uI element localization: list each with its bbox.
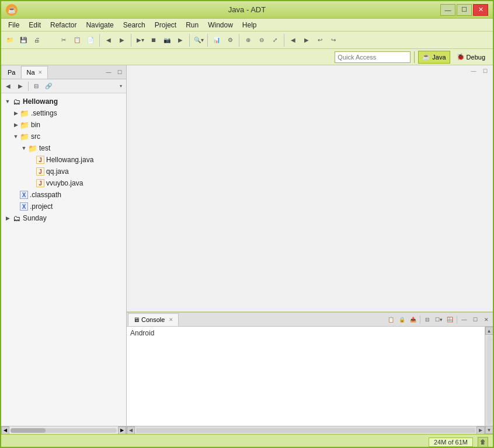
bottom-maximize-button[interactable]: ☐	[470, 314, 481, 325]
menu-item-run[interactable]: Run	[181, 20, 203, 30]
gc-button[interactable]: 🗑	[478, 437, 488, 447]
menu-item-refactor[interactable]: Refactor	[46, 20, 81, 30]
menu-item-project[interactable]: Project	[150, 20, 181, 30]
toolbar-btn-2-3[interactable]: ▶	[174, 34, 187, 47]
toolbar-btn-5-0[interactable]: ⊕	[242, 34, 255, 47]
tree-item-5[interactable]: JHellowang.java	[1, 154, 126, 166]
toolbar-btn-0-6[interactable]: 📄	[84, 34, 97, 47]
toolbar-btn-0-3[interactable]	[44, 34, 57, 47]
console-export-button[interactable]: 📤	[408, 314, 418, 325]
minimize-button[interactable]: —	[440, 4, 455, 16]
tree-arrow-8[interactable]	[12, 191, 20, 199]
console-h-scrollbar[interactable]: ◀ ▶	[127, 426, 485, 434]
tree-item-9[interactable]: X.project	[1, 201, 126, 212]
menu-item-navigate[interactable]: Navigate	[81, 20, 118, 30]
tree-item-6[interactable]: Jqq.java	[1, 166, 126, 177]
tree-arrow-10[interactable]: ▶	[4, 214, 12, 222]
tree-item-8[interactable]: X.classpath	[1, 189, 126, 201]
menu-item-search[interactable]: Search	[119, 20, 150, 30]
tree-item-7[interactable]: Jvvuybo.java	[1, 177, 126, 189]
tree-arrow-6[interactable]	[28, 167, 36, 176]
tree-item-4[interactable]: ▼📁test	[1, 142, 126, 154]
tree-arrow-3[interactable]: ▼	[12, 132, 20, 141]
bottom-minimize-button[interactable]: —	[459, 314, 469, 325]
tree-arrow-1[interactable]: ▶	[12, 109, 20, 117]
nav-menu-dropdown[interactable]: ▾	[117, 80, 125, 92]
toolbar-btn-1-1[interactable]: ▶	[116, 34, 128, 47]
toolbar-btn-4-0[interactable]: 📊	[210, 34, 223, 47]
tree-item-1[interactable]: ▶📁.settings	[1, 107, 126, 119]
nav-back-button[interactable]: ◀	[2, 80, 14, 92]
menu-item-file[interactable]: File	[4, 20, 24, 30]
console-display-btn[interactable]: ⊟	[422, 314, 433, 325]
tree-arrow-4[interactable]: ▼	[20, 144, 28, 152]
menu-item-edit[interactable]: Edit	[24, 20, 46, 30]
tree-arrow-7[interactable]	[28, 179, 36, 187]
h-scroll-thumb[interactable]	[11, 428, 46, 433]
tree-arrow-2[interactable]: ▶	[12, 121, 20, 129]
toolbar-btn-0-1[interactable]: 💾	[17, 34, 30, 47]
editor-minimize-button[interactable]: —	[468, 66, 479, 76]
minimize-panel-button[interactable]: —	[103, 67, 114, 78]
console-scroll-left[interactable]: ◀	[127, 426, 135, 435]
toolbar-btn-5-1[interactable]: ⊖	[255, 34, 268, 47]
nav-forward-button[interactable]: ▶	[15, 80, 26, 92]
toolbar-btn-6-0[interactable]: ◀	[287, 34, 300, 47]
nav-link-button[interactable]: 🔗	[43, 80, 54, 92]
toolbar-btn-4-1[interactable]: ⚙	[224, 34, 236, 47]
toolbar-btn-2-0[interactable]: ▶▾	[134, 34, 147, 47]
toolbar-btn-0-4[interactable]: ✂	[57, 34, 70, 47]
tree-arrow-5[interactable]	[28, 156, 36, 164]
console-android-text: Android	[130, 329, 481, 337]
toolbar-btn-2-1[interactable]: ⏹	[147, 34, 160, 47]
toolbar-btn-6-3[interactable]: ↪	[327, 34, 340, 47]
toolbar-btn-6-2[interactable]: ↩	[314, 34, 326, 47]
quick-access-input[interactable]	[335, 51, 410, 63]
console-newwindow-btn[interactable]: 🪟	[444, 314, 455, 325]
toolbar-btn-0-0[interactable]: 📁	[4, 34, 16, 47]
toolbar-btn-2-2[interactable]: 📷	[161, 34, 173, 47]
console-scroll-down[interactable]: ▼	[485, 426, 493, 434]
toolbar-btn-3-0[interactable]: 🔍▾	[192, 34, 205, 47]
scroll-left-button[interactable]: ◀	[1, 426, 9, 435]
console-v-scrollbar[interactable]: ▲ ▼	[485, 327, 493, 434]
tree-icon-0: 🗂	[12, 97, 21, 106]
console-window-btn[interactable]: ☐▾	[433, 314, 444, 325]
editor-maximize-button[interactable]: ☐	[480, 66, 490, 76]
panel-tabs: Pa Na ✕ — ☐	[1, 65, 126, 79]
java-perspective-button[interactable]: ☕ Java	[418, 51, 450, 64]
tree-item-3[interactable]: ▼📁src	[1, 131, 126, 142]
tree-arrow-0[interactable]: ▼	[4, 97, 12, 106]
close-button[interactable]: ✕	[473, 4, 488, 16]
tree-view[interactable]: ▼🗂Hellowang▶📁.settings▶📁bin▼📁src▼📁testJH…	[1, 93, 126, 426]
tree-arrow-9[interactable]	[12, 202, 20, 211]
main-area: Pa Na ✕ — ☐ ◀ ▶ ⊟ 🔗 ▾ ▼🗂Hellowang▶📁.sett…	[1, 65, 493, 434]
console-tab[interactable]: 🖥 Console ✕	[128, 313, 179, 326]
package-explorer-tab[interactable]: Pa	[2, 66, 20, 79]
nav-collapse-button[interactable]: ⊟	[30, 80, 42, 92]
console-scroll-up[interactable]: ▲	[485, 327, 493, 335]
toolbar-btn-0-5[interactable]: 📋	[71, 34, 84, 47]
menu-item-window[interactable]: Window	[203, 20, 238, 30]
maximize-button[interactable]: ☐	[457, 4, 472, 16]
toolbar-btn-1-0[interactable]: ◀	[102, 34, 115, 47]
console-lock-button[interactable]: 🔒	[396, 314, 407, 325]
debug-perspective-button[interactable]: 🐞 Debug	[453, 51, 489, 64]
toolbar-btn-0-2[interactable]: 🖨	[30, 34, 43, 47]
tree-item-0[interactable]: ▼🗂Hellowang	[1, 96, 126, 107]
scroll-right-button[interactable]: ▶	[118, 426, 126, 435]
console-tab-close[interactable]: ✕	[169, 317, 173, 323]
console-copy-button[interactable]: 📋	[385, 314, 396, 325]
console-scroll-right[interactable]: ▶	[476, 426, 485, 435]
menu-item-help[interactable]: Help	[238, 20, 262, 30]
toolbar-btn-5-2[interactable]: ⤢	[269, 34, 281, 47]
tree-item-10[interactable]: ▶🗂Sunday	[1, 212, 126, 224]
console-toolbar-sep	[420, 316, 420, 324]
toolbar-btn-6-1[interactable]: ▶	[300, 34, 313, 47]
left-h-scrollbar[interactable]: ◀ ▶	[1, 426, 126, 434]
tree-item-2[interactable]: ▶📁bin	[1, 119, 126, 131]
maximize-panel-button[interactable]: ☐	[114, 67, 125, 78]
bottom-close-button[interactable]: ✕	[481, 314, 492, 325]
navigator-tab[interactable]: Na ✕	[21, 66, 47, 79]
navigator-tab-close[interactable]: ✕	[38, 69, 43, 75]
